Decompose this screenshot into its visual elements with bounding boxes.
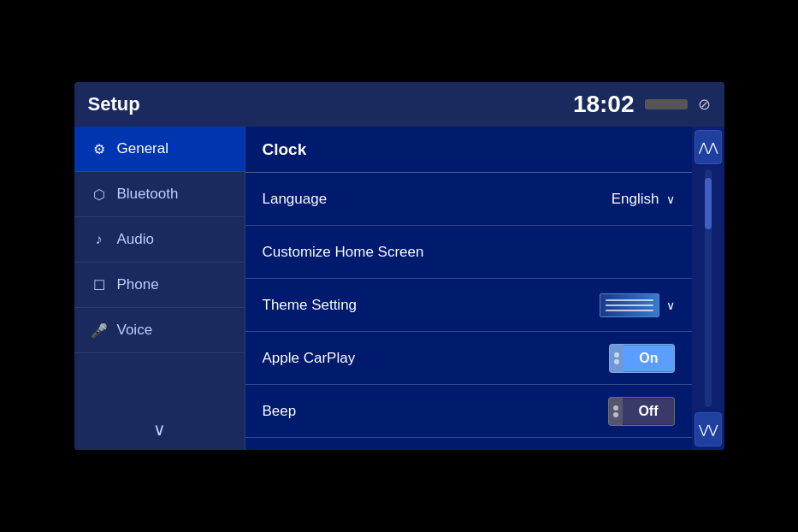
sidebar-item-phone-label: Phone — [117, 276, 159, 293]
sidebar-more-button[interactable]: ∨ — [74, 409, 245, 450]
sidebar-item-voice-label: Voice — [117, 322, 153, 339]
carplay-row[interactable]: Apple CarPlay On — [245, 332, 692, 385]
theme-swatch-line-1 — [606, 299, 653, 301]
header: Setup 18:02 ⊘ — [74, 82, 724, 127]
theme-chevron-icon: ∨ — [666, 299, 675, 312]
sidebar-item-audio[interactable]: ♪ Audio — [74, 217, 245, 263]
theme-label: Theme Setting — [263, 297, 600, 314]
theme-swatch-line-3 — [606, 310, 653, 311]
beep-row[interactable]: Beep Off — [245, 385, 692, 438]
beep-toggle[interactable]: Off — [608, 397, 674, 426]
phone-icon: ☐ — [90, 277, 109, 293]
customize-label: Customize Home Screen — [263, 244, 675, 261]
carplay-toggle-indicator — [610, 345, 624, 372]
theme-swatch-line-2 — [606, 304, 653, 306]
clock-display: 18:02 — [573, 91, 635, 118]
sidebar: ⚙ General ⬡ Bluetooth ♪ Audio ☐ Phone 🎤 … — [74, 127, 245, 450]
chevron-down-icon: ∨ — [153, 419, 166, 440]
sidebar-item-bluetooth-label: Bluetooth — [117, 186, 179, 203]
main-content: ⚙ General ⬡ Bluetooth ♪ Audio ☐ Phone 🎤 … — [74, 127, 724, 450]
clock-label: Clock — [263, 140, 675, 159]
screen: Setup 18:02 ⊘ ⚙ General ⬡ Bluetooth ♪ Au… — [74, 82, 724, 450]
theme-swatch — [600, 293, 659, 317]
sidebar-item-general-label: General — [117, 140, 168, 157]
clock-row[interactable]: Clock — [245, 127, 692, 173]
beep-toggle-indicator — [609, 398, 623, 425]
sidebar-item-audio-label: Audio — [117, 231, 154, 248]
language-chevron-icon: ∨ — [666, 192, 675, 206]
bluetooth-icon: ⬡ — [90, 186, 109, 203]
sidebar-item-phone[interactable]: ☐ Phone — [74, 263, 245, 308]
language-row[interactable]: Language English ∨ — [245, 173, 692, 226]
content-inner: Clock Language English ∨ Customize Home … — [245, 127, 724, 450]
battery-icon — [645, 99, 688, 109]
scrollbar: ⋀⋀ ⋁⋁ — [692, 127, 724, 450]
theme-row[interactable]: Theme Setting ∨ — [245, 279, 692, 332]
carplay-label: Apple CarPlay — [263, 350, 610, 367]
language-value: English — [612, 191, 659, 208]
sidebar-item-bluetooth[interactable]: ⬡ Bluetooth — [74, 172, 245, 217]
sidebar-item-general[interactable]: ⚙ General — [74, 127, 245, 172]
sidebar-item-voice[interactable]: 🎤 Voice — [74, 308, 245, 353]
no-signal-icon: ⊘ — [698, 95, 711, 114]
content-panel: Clock Language English ∨ Customize Home … — [245, 127, 724, 450]
toggle-dot — [614, 359, 619, 364]
scroll-up-icon: ⋀⋀ — [699, 140, 718, 154]
voice-icon: 🎤 — [90, 322, 109, 339]
toggle-dot — [613, 405, 618, 411]
scroll-down-button[interactable]: ⋁⋁ — [695, 412, 722, 446]
page-title: Setup — [88, 93, 140, 115]
beep-toggle-label: Off — [623, 399, 673, 424]
language-label: Language — [263, 191, 612, 208]
header-right: 18:02 ⊘ — [573, 91, 711, 118]
toggle-dot — [613, 412, 618, 417]
customize-row[interactable]: Customize Home Screen — [245, 226, 692, 279]
scroll-up-button[interactable]: ⋀⋀ — [695, 130, 722, 164]
scroll-track — [705, 169, 712, 407]
toggle-dot — [614, 352, 619, 358]
beep-label: Beep — [263, 403, 609, 420]
gear-icon: ⚙ — [90, 141, 109, 157]
scroll-thumb[interactable] — [705, 178, 712, 229]
carplay-toggle[interactable]: On — [609, 344, 674, 373]
audio-icon: ♪ — [90, 232, 109, 247]
carplay-toggle-label: On — [624, 346, 673, 371]
scroll-down-icon: ⋁⋁ — [699, 423, 718, 436]
